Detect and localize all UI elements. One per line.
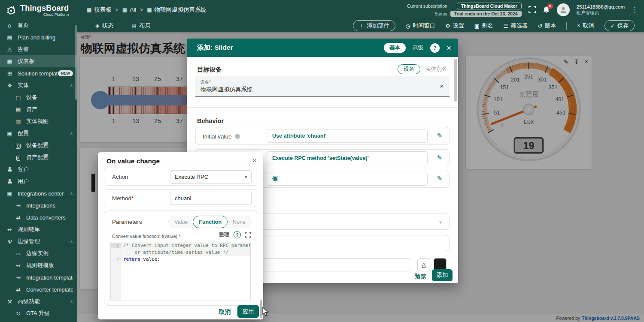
user-role: 租户管理员 [577,10,625,15]
time-window-button[interactable]: ◷时间窗口 [406,22,435,30]
device-select-field[interactable]: 设备* 物联网虚拟仿真系统 × [195,76,450,97]
method-input[interactable]: chuanl [170,192,252,205]
sidebar-item-solution-templates[interactable]: ⊞Solution templatesNEW [0,67,77,79]
tidy-button[interactable]: 整理 [219,231,229,238]
versions-button[interactable]: ↺版本 [538,22,556,30]
breadcrumb-all[interactable]: ▦All [122,6,136,13]
parameters-segmented-control: Value Function None [168,216,252,228]
action-select[interactable]: Execute RPC ▾ [170,170,252,184]
device-tab[interactable]: 设备 [398,64,420,74]
target-device-label: 目标设备 [197,66,222,74]
param-function-option[interactable]: Function [193,216,228,228]
sidebar-item-devices[interactable]: ▢设备 [0,91,77,103]
param-value-option[interactable]: Value [169,219,193,225]
dialog-cancel-button[interactable]: 取消 [219,308,231,316]
close-modal-icon[interactable]: × [447,44,451,52]
sidebar-item-plan-and-billing[interactable]: ▤Plan and billing [0,31,77,43]
on-value-change-field[interactable]: Execute RPC method 'setState(value)' [267,151,428,165]
entity-alias-tab[interactable]: 实体别名 [425,66,447,73]
breadcrumb-separator: > [115,7,118,13]
rule-chain-templates-icon: ↔ [15,262,22,269]
sidebar-item-data-converters[interactable]: ⇄Data converters [0,211,77,223]
check-icon: ✓ [611,23,615,29]
fullscreen-button[interactable] [529,6,536,13]
aliases-button[interactable]: ▣别名 [474,22,493,30]
add-widget-button[interactable]: ＋添加部件 [353,20,395,31]
disabled-state-field[interactable]: 假 [267,172,428,186]
mode-basic-toggle[interactable]: 基本 [384,43,406,53]
thingsboard-logo[interactable]: ThingsBoard Cloud Platform [0,0,77,19]
dashboard-icon: ▦ [87,7,91,13]
add-button[interactable]: 添加 [432,269,453,281]
notifications-button[interactable]: 6 [543,6,550,14]
help-icon[interactable]: ? [430,43,440,53]
sidebar-item-entity-views[interactable]: ▥实体视图 [0,115,77,127]
breadcrumb-current-dashboard[interactable]: ▦物联网虚拟仿真系统 [147,6,207,14]
sidebar-item-device-profiles[interactable]: D设备配置 [0,139,77,151]
clear-device-icon[interactable]: × [440,82,444,90]
method-row: Method* chuanl [104,189,257,207]
sidebar-item-integrations[interactable]: ⇥Integrations [0,199,77,211]
sidebar-item-asset-profiles[interactable]: A资产配置 [0,151,77,163]
logo-title: ThingsBoard [20,4,69,13]
filters-button[interactable]: ☰筛选器 [504,22,528,30]
sidebar-item-alarms[interactable]: ⚠告警 [0,43,77,55]
dialog-apply-button[interactable]: 应用 [237,305,259,318]
save-button[interactable]: ✓保存 [605,20,635,31]
expand-icon[interactable] [245,232,251,238]
sidebar-item-assets[interactable]: ▤资产 [0,103,77,115]
preview-button[interactable]: 预览 [415,273,426,280]
function-help-icon[interactable]: ? [234,231,241,238]
sidebar-item-integrations-center[interactable]: ▣Integrations center∧ [0,187,77,199]
sidebar-item-users[interactable]: 用户 [0,175,77,187]
sidebar-item-profiles[interactable]: ▣配置∧ [0,127,77,139]
tab-states[interactable]: ◈状态 [95,22,113,30]
settings-button[interactable]: ⚙设置 [445,22,464,30]
chevron-up-icon: ∧ [70,131,73,136]
dialog-title: On value change [106,157,160,165]
sidebar-item-edge-management[interactable]: Ψ边缘管理∧ [0,235,77,247]
edit-disabled-state-icon[interactable]: ✎ [437,175,442,181]
user-info[interactable]: 2511418386@qq.com 租户管理员 [577,4,625,16]
breadcrumb-dashboards[interactable]: ▦仪表板 [87,6,112,14]
dialog-scrollbar[interactable] [260,300,262,318]
close-dialog-icon[interactable]: × [252,156,257,165]
profiles-icon: ▣ [6,130,13,137]
edit-initial-value-icon[interactable]: ✎ [437,132,442,138]
sidebar-item-integration-templates[interactable]: ⇥Integration templates [0,271,77,283]
billing-icon: ▤ [6,34,13,41]
subscription-chip[interactable]: ThingsBoard Cloud Maker [457,3,522,9]
modal-scrollbar[interactable] [454,59,457,102]
tab-layouts[interactable]: ▤布局 [131,22,150,30]
sidebar-item-edge-instances[interactable]: ▱边缘实例 [0,247,77,259]
sidebar-item-advanced-features[interactable]: ⚒高级功能∧ [0,295,77,307]
clock-icon: ◷ [406,23,410,29]
font-settings-button[interactable]: A [417,258,430,271]
sidebar-item-converter-templates[interactable]: ⇄Converter templates [0,283,77,295]
fullscreen-icon [529,6,536,13]
avatar[interactable] [557,3,570,16]
cancel-button[interactable]: ×取消 [577,22,594,30]
code-editor[interactable]: 1 2 /* Convert input integer value to RP… [110,242,251,301]
sidebar-item-rule-chains[interactable]: ↔规则链库 [0,223,77,235]
sidebar-item-ota-upgrade[interactable]: ↻OTA 升级 [0,307,77,319]
sidebar-item-home[interactable]: ⌂首页 [0,19,77,31]
subscription-info: Current subscription ThingsBoard Cloud M… [407,3,522,17]
breadcrumb-separator: > [140,7,143,13]
chevron-down-icon: ▾ [245,175,247,179]
chevron-up-icon: ∧ [70,191,73,196]
initial-value-field[interactable]: Use attribute 'chuanl' [267,129,428,143]
sidebar-scrollbar[interactable] [75,25,77,100]
edit-on-value-change-icon[interactable]: ✎ [437,154,442,161]
sidebar-item-customers[interactable]: 客户 [0,163,77,175]
sidebar-item-dashboards[interactable]: ▦仪表板 [0,55,77,67]
action-row: Action Execute RPC ▾ [104,168,257,186]
trial-status-chip: Trial ends on the Oct 13, 2024 [450,11,522,17]
section-divider [187,107,458,108]
more-menu-button[interactable]: ⋮ [632,6,638,14]
mode-advanced-toggle[interactable]: 高级 [413,44,423,51]
sidebar-item-entities[interactable]: ❖实体∧ [0,79,77,91]
param-none-option[interactable]: None [227,219,251,225]
line-number: 2 [116,257,119,262]
sidebar-item-rule-chain-templates[interactable]: ↔规则链模版 [0,259,77,271]
